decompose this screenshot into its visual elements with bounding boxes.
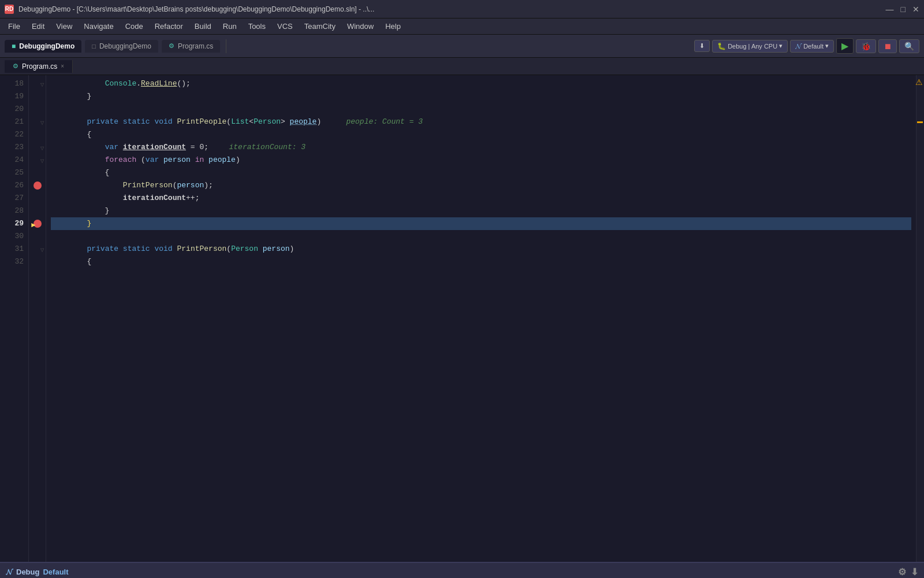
code-editor: 18 19 20 21 22 23 24 25 26 27 28 29 30 3… (0, 75, 924, 562)
debug-config-label: Debug | Any CPU (728, 43, 777, 50)
window-controls: — □ ✕ (886, 5, 919, 14)
profile-label: Default (803, 43, 824, 50)
code-line-21: private static void PrintPeople( List< P… (51, 116, 911, 128)
menu-code[interactable]: Code (120, 21, 149, 32)
breakpoint-26[interactable] (33, 181, 42, 190)
code-line-27: iterationCount++; (51, 192, 911, 205)
menu-build[interactable]: Build (189, 21, 217, 32)
stop-button[interactable]: ⏹ (878, 39, 897, 53)
profile-dropdown-icon: ▾ (825, 42, 829, 50)
scroll-indicator (917, 121, 923, 123)
menu-file[interactable]: File (2, 21, 26, 32)
titlebar: RD DebuggingDemo - [C:\Users\maart\Deskt… (0, 0, 924, 18)
menu-refactor[interactable]: Refactor (149, 21, 189, 32)
debug-download-btn[interactable]: ⬇ (911, 566, 918, 577)
file-tabs: ⚙ Program.cs × (0, 58, 924, 75)
toolbar-deploy-btn[interactable]: ⬇ (694, 40, 710, 52)
debug-header-controls: ⚙ ⬇ (898, 566, 918, 577)
close-button[interactable]: ✕ (912, 5, 919, 14)
debug-icon: 🐛 (717, 42, 726, 50)
code-line-25: { (51, 166, 911, 179)
debug-arrow: ► (30, 221, 37, 229)
maximize-button[interactable]: □ (901, 5, 906, 14)
toolbar-tab-label-3: Program.cs (178, 42, 213, 50)
debug-panel-header: 𝓝 Debug Default ⚙ ⬇ (0, 563, 924, 578)
gutter: ► ▽ ▽ ▽ ▽ ▽ (29, 75, 46, 562)
scrollbar-right[interactable]: ⚠ (916, 75, 924, 562)
debug-panel-title: Debug (16, 568, 39, 576)
file-tab-close[interactable]: × (61, 63, 64, 69)
search-icon: 🔍 (904, 42, 914, 51)
debug-start-button[interactable]: 🐞 (856, 39, 876, 53)
code-line-30 (51, 230, 911, 243)
fold-marker-24[interactable]: ▽ (40, 158, 44, 164)
code-line-23: var iterationCount = 0; iterationCount: … (51, 141, 911, 154)
app-icon: RD (5, 5, 14, 14)
code-line-22: { (51, 128, 911, 141)
fold-marker-31[interactable]: ▽ (40, 247, 44, 253)
stop-icon: ⏹ (884, 42, 892, 51)
toolbar-tab-label-2: DebuggingDemo (99, 42, 151, 50)
toolbar-right: ⬇ 🐛 Debug | Any CPU ▾ 𝓝 Default ▾ ▶ 🐞 ⏹ … (694, 38, 919, 54)
menu-run[interactable]: Run (217, 21, 243, 32)
menu-tools[interactable]: Tools (243, 21, 271, 32)
project-icon: ■ (12, 42, 16, 50)
search-button[interactable]: 🔍 (899, 39, 919, 53)
code-line-26: PrintPerson( person); (51, 179, 911, 192)
file-tab-programcs[interactable]: ⚙ Program.cs × (5, 60, 73, 73)
debug-panel: 𝓝 Debug Default ⚙ ⬇ Debugger ▶ Console →… (0, 562, 924, 578)
main-layout: 18 19 20 21 22 23 24 25 26 27 28 29 30 3… (0, 75, 924, 562)
bug-icon: 🐞 (861, 42, 871, 51)
profile-btn[interactable]: 𝓝 Default ▾ (790, 40, 834, 53)
toolbar-tab-debuggingdemo-main[interactable]: ■ DebuggingDemo (5, 40, 81, 53)
menu-window[interactable]: Window (341, 21, 379, 32)
debug-profile-name: Default (43, 568, 68, 576)
config-dropdown-icon: ▾ (779, 42, 783, 50)
window-icon: □ (92, 43, 96, 50)
code-line-29: } (51, 217, 911, 230)
code-line-31: private static void PrintPerson( Person … (51, 243, 911, 255)
fold-marker-23[interactable]: ▽ (40, 146, 44, 151)
code-area[interactable]: 18 19 20 21 22 23 24 25 26 27 28 29 30 3… (0, 75, 924, 562)
toolbar-tab-label: DebuggingDemo (19, 42, 74, 50)
cs-icon: ⚙ (169, 42, 174, 50)
toolbar-separator (226, 39, 226, 53)
minimize-button[interactable]: — (886, 5, 894, 14)
run-button[interactable]: ▶ (836, 38, 854, 54)
fold-marker-18[interactable]: ▽ (40, 82, 44, 87)
debug-config-btn[interactable]: 🐛 Debug | Any CPU ▾ (712, 40, 788, 53)
code-content[interactable]: Console.ReadLine(); } private static voi… (46, 75, 916, 562)
debug-header-icon: 𝓝 (6, 568, 13, 577)
code-line-24: foreach ( var person in people) (51, 154, 911, 166)
run-icon: ▶ (841, 40, 848, 51)
window-title: DebuggingDemo - [C:\Users\maart\Desktop\… (18, 5, 886, 13)
menu-navigate[interactable]: Navigate (78, 21, 119, 32)
code-line-28: } (51, 205, 911, 217)
fold-marker-21[interactable]: ▽ (40, 120, 44, 125)
menu-teamcity[interactable]: TeamCity (299, 21, 341, 32)
toolbar-tab-programcs[interactable]: ⚙ Program.cs (162, 40, 220, 53)
toolbar: ■ DebuggingDemo □ DebuggingDemo ⚙ Progra… (0, 35, 924, 58)
menu-help[interactable]: Help (379, 21, 407, 32)
file-cs-icon: ⚙ (13, 62, 18, 70)
warning-icon: ⚠ (915, 77, 923, 87)
menu-vcs[interactable]: VCS (271, 21, 299, 32)
code-line-20 (51, 103, 911, 116)
menubar: File Edit View Navigate Code Refactor Bu… (0, 18, 924, 35)
profile-icon: 𝓝 (795, 42, 802, 50)
code-line-18: Console.ReadLine(); (51, 77, 911, 90)
line-numbers: 18 19 20 21 22 23 24 25 26 27 28 29 30 3… (0, 75, 29, 562)
file-tab-name: Program.cs (22, 62, 57, 71)
debug-settings-btn[interactable]: ⚙ (898, 566, 906, 577)
menu-view[interactable]: View (50, 21, 78, 32)
code-line-32: { (51, 255, 911, 268)
menu-edit[interactable]: Edit (26, 21, 50, 32)
code-line-19: } (51, 90, 911, 103)
deploy-icon: ⬇ (699, 42, 705, 50)
toolbar-tab-debuggingdemo-sub[interactable]: □ DebuggingDemo (85, 40, 158, 53)
